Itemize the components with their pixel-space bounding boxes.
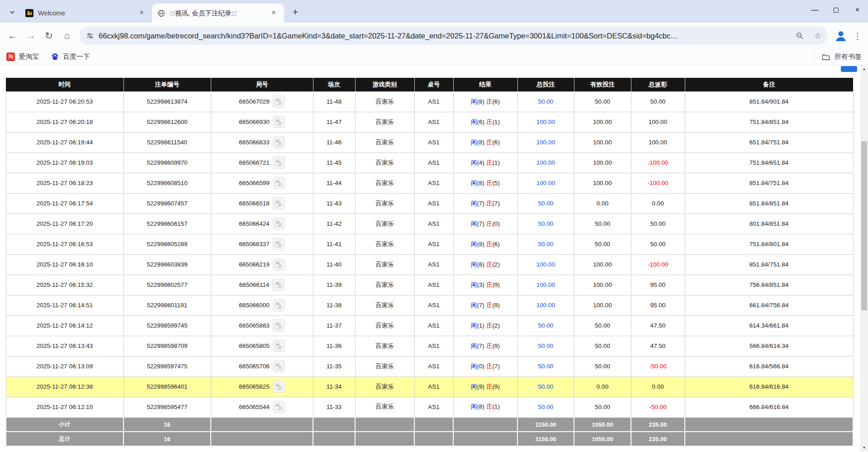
- cell-bet-id: 522998597475: [123, 356, 211, 376]
- video-replay-button[interactable]: [273, 116, 285, 128]
- total-bet-link[interactable]: 50.00: [538, 220, 554, 227]
- cell-result: 闲(6) 庄(1): [453, 112, 517, 132]
- video-replay-button[interactable]: [273, 157, 285, 169]
- cell-valid-bet: 100.00: [574, 254, 631, 275]
- total-bet-link[interactable]: 50.00: [538, 322, 554, 329]
- video-replay-button[interactable]: [273, 218, 285, 230]
- total-bet-link[interactable]: 50.00: [538, 404, 554, 410]
- video-replay-button[interactable]: [273, 238, 285, 250]
- total-bet-link[interactable]: 50.00: [538, 98, 554, 105]
- video-replay-button[interactable]: [272, 279, 285, 291]
- tab-search-button[interactable]: [5, 5, 19, 20]
- video-replay-button[interactable]: [273, 340, 285, 352]
- video-replay-button[interactable]: [273, 95, 285, 108]
- payout-value: -50.00: [649, 404, 666, 410]
- total-bet-link[interactable]: 50.00: [538, 363, 554, 370]
- cell-time: 2025-11-27 06:12:38: [6, 376, 123, 397]
- player-label: 闲: [471, 383, 477, 390]
- bookmark-taobao[interactable]: 淘 爱淘宝: [6, 52, 39, 61]
- round-number: 665066833: [239, 139, 270, 146]
- page-scrollbar[interactable]: ▲ ▼: [860, 65, 868, 452]
- total-bet-link[interactable]: 100.00: [536, 302, 555, 309]
- cell-time: 2025-11-27 06:13:09: [6, 356, 123, 376]
- result-value: (0): [492, 220, 500, 227]
- video-replay-button[interactable]: [273, 197, 285, 209]
- site-settings-tune-icon[interactable]: [86, 32, 94, 40]
- browser-menu-button[interactable]: ⋮: [851, 28, 864, 44]
- round-number: 665065883: [239, 322, 270, 329]
- video-replay-button[interactable]: [273, 299, 285, 311]
- total-bet-link[interactable]: 50.00: [538, 383, 554, 390]
- cell-table-no: AS1: [414, 336, 453, 356]
- total-bet-link[interactable]: 50.00: [538, 343, 554, 349]
- col-header-time: 时间: [6, 78, 123, 91]
- cell-bet-id: 522998613874: [123, 91, 211, 112]
- blue-button-partial[interactable]: [841, 66, 857, 72]
- cell-valid-bet: 100.00: [574, 152, 631, 173]
- tab-close-icon[interactable]: ×: [269, 8, 279, 18]
- address-bar[interactable]: 66cxkj98.com/game/betrecord_search/kind3…: [80, 27, 827, 45]
- result-value: (1): [477, 322, 485, 329]
- video-replay-button[interactable]: [273, 381, 285, 393]
- total-bet-link[interactable]: 100.00: [536, 180, 555, 186]
- bookmark-star-icon[interactable]: ☆: [811, 29, 825, 43]
- cell-table-no: AS1: [414, 254, 453, 275]
- total-bet-link[interactable]: 100.00: [536, 281, 555, 288]
- cell-remark: 851.84/751.84: [685, 254, 853, 275]
- video-replay-button[interactable]: [273, 177, 285, 189]
- maximize-button[interactable]: [825, 0, 847, 20]
- film-icon: [275, 241, 282, 248]
- film-icon: [275, 119, 282, 126]
- video-replay-button[interactable]: [273, 136, 285, 148]
- video-replay-button[interactable]: [273, 360, 285, 372]
- table-row: 2025-11-27 06:17:20522998606157665066424…: [6, 214, 853, 234]
- total-bet-link[interactable]: 100.00: [536, 119, 555, 125]
- cell-total-payout: -100.00: [631, 254, 685, 275]
- total-bet-link[interactable]: 50.00: [538, 241, 554, 247]
- video-replay-button[interactable]: [273, 258, 285, 271]
- cell-game-type: 百家乐: [355, 214, 414, 234]
- cell-remark: 751.84/851.84: [685, 112, 853, 132]
- table-row: 2025-11-27 06:14:51522998601191665066000…: [6, 295, 853, 315]
- bookmark-baidu[interactable]: 百度一下: [51, 52, 90, 61]
- total-bet-link[interactable]: 100.00: [536, 261, 555, 268]
- video-replay-button[interactable]: [273, 319, 285, 332]
- cell-time: 2025-11-27 06:16:53: [6, 234, 123, 254]
- total-bet-link[interactable]: 100.00: [536, 139, 555, 146]
- scrollbar-down-icon[interactable]: ▼: [860, 444, 868, 452]
- zoom-page-icon[interactable]: [793, 29, 806, 43]
- all-bookmarks-button[interactable]: 所有书签: [835, 52, 862, 61]
- round-number: 665066599: [239, 180, 270, 186]
- player-label: 闲: [471, 241, 477, 247]
- cell-table-no: AS1: [414, 132, 453, 152]
- cell-total-bet: 50.00: [517, 376, 574, 397]
- baidu-paw-icon: [51, 52, 59, 61]
- result-value: (7): [477, 343, 485, 349]
- scrollbar-thumb[interactable]: [861, 141, 867, 310]
- total-bet-link[interactable]: 100.00: [536, 159, 555, 166]
- back-button[interactable]: ←: [4, 27, 22, 45]
- close-window-button[interactable]: ×: [847, 0, 868, 20]
- profile-avatar[interactable]: [833, 28, 849, 44]
- tab-betrecord[interactable]: :::视讯, 会员下注纪录::: ×: [152, 4, 284, 23]
- reload-button[interactable]: ↻: [40, 27, 58, 45]
- video-replay-button[interactable]: [273, 401, 285, 413]
- cell-round: 665066114: [211, 275, 313, 295]
- scrollbar-up-icon[interactable]: ▲: [860, 65, 868, 73]
- cell-result: 闲(7) 庄(0): [453, 214, 517, 234]
- tab-title: Welcome: [38, 10, 132, 17]
- result-value: (7): [492, 363, 500, 370]
- minimize-button[interactable]: —: [804, 0, 825, 20]
- total-bet-link[interactable]: 50.00: [538, 200, 554, 207]
- home-button[interactable]: ⌂: [58, 27, 76, 45]
- tab-welcome[interactable]: Welcome ×: [20, 4, 152, 23]
- new-tab-button[interactable]: +: [288, 5, 303, 20]
- url-text[interactable]: 66cxkj98.com/game/betrecord_search/kind3…: [99, 32, 788, 40]
- cell-game-type: 百家乐: [355, 193, 414, 214]
- cell-bet-id: 522998611540: [123, 132, 211, 152]
- payout-value: 95.00: [650, 281, 666, 288]
- tab-close-icon[interactable]: ×: [137, 8, 147, 18]
- forward-button[interactable]: →: [22, 27, 40, 45]
- round-number: 665067029: [239, 98, 270, 105]
- player-label: 闲: [471, 200, 477, 207]
